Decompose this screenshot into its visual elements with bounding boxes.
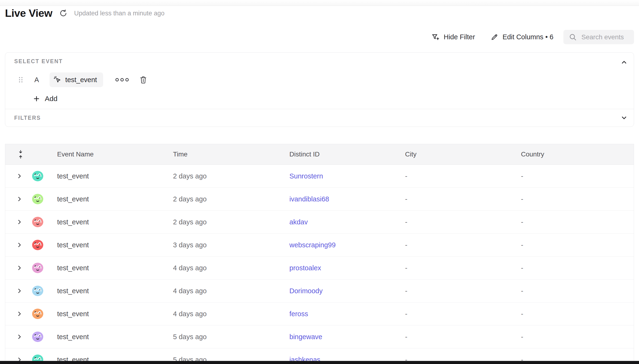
expand-filters-button[interactable] [620, 114, 628, 122]
distinct-id-link[interactable]: bingewave [286, 333, 401, 341]
country-cell: - [517, 241, 634, 249]
table-row: test_event 2 days ago Sunrostern - - [5, 165, 634, 188]
event-name-cell: test_event [53, 310, 169, 318]
chevron-right-icon [18, 288, 21, 293]
chevron-right-icon [18, 312, 21, 316]
country-cell: - [517, 218, 634, 226]
city-cell: - [401, 218, 517, 226]
time-cell: 4 days ago [169, 287, 286, 295]
refresh-icon [59, 9, 68, 18]
row-expander-button[interactable] [5, 174, 27, 178]
delete-event-button[interactable] [140, 76, 147, 84]
event-options-icon[interactable] [115, 78, 129, 82]
row-expander-button[interactable] [5, 312, 27, 316]
select-event-label: SELECT EVENT [14, 58, 63, 64]
chevron-up-icon [620, 59, 628, 66]
filters-section: FILTERS [5, 109, 634, 126]
row-expander-button[interactable] [5, 220, 27, 224]
time-cell: 2 days ago [169, 172, 286, 180]
collapse-all-button[interactable] [5, 150, 27, 158]
hide-filter-button[interactable]: Hide Filter [431, 33, 475, 41]
distinct-id-link[interactable]: prostoalex [286, 264, 401, 272]
column-header-event-name[interactable]: Event Name [53, 150, 169, 158]
avatar-cell [27, 240, 53, 250]
plus-icon [33, 95, 40, 102]
drag-handle[interactable] [18, 76, 23, 83]
cursor-click-icon [53, 76, 61, 84]
table-header-row: Event Name Time Distinct ID City Country [5, 144, 634, 165]
search-box[interactable] [563, 30, 634, 44]
row-expander-button[interactable] [5, 334, 27, 339]
distinct-id-link[interactable]: Sunrostern [286, 172, 401, 180]
table-row: test_event 2 days ago akdav - - [5, 211, 634, 234]
event-name-cell: test_event [53, 264, 169, 272]
page-title: Live View [5, 7, 52, 20]
time-cell: 2 days ago [169, 218, 286, 226]
country-cell: - [517, 264, 634, 272]
city-cell: - [401, 287, 517, 295]
avatar-cell [27, 308, 53, 319]
row-expander-button[interactable] [5, 242, 27, 247]
event-name-cell: test_event [53, 241, 169, 249]
hide-filter-label: Hide Filter [444, 33, 475, 41]
avatar-cell [27, 194, 53, 204]
edit-columns-button[interactable]: Edit Columns • 6 [491, 33, 553, 41]
avatar [32, 308, 43, 319]
chevron-right-icon [18, 242, 21, 247]
trash-icon [140, 76, 147, 84]
event-name-cell: test_event [53, 218, 169, 226]
country-cell: - [517, 333, 634, 341]
avatar [32, 331, 43, 342]
search-input[interactable] [581, 33, 630, 41]
city-cell: - [401, 333, 517, 341]
chevron-right-icon [18, 334, 21, 339]
distinct-id-link[interactable]: akdav [286, 218, 401, 226]
chevron-right-icon [18, 197, 21, 202]
collapse-rows-icon [18, 150, 23, 158]
avatar-cell [27, 262, 53, 273]
event-name-cell: test_event [53, 195, 169, 203]
refresh-button[interactable] [59, 9, 68, 18]
chevron-right-icon [18, 266, 21, 270]
avatar [32, 194, 43, 204]
time-cell: 5 days ago [169, 333, 286, 341]
row-expander-button[interactable] [5, 288, 27, 293]
bottom-edge-bar [0, 361, 639, 364]
table-row: test_event 2 days ago ivandiblasi68 - - [5, 188, 634, 211]
table-row: test_event 4 days ago prostoalex - - [5, 256, 634, 280]
row-expander-button[interactable] [5, 266, 27, 270]
distinct-id-link[interactable]: webscraping99 [286, 241, 401, 249]
select-event-section: SELECT EVENT A [5, 52, 634, 109]
country-cell: - [517, 310, 634, 318]
chevron-right-icon [18, 220, 21, 224]
column-header-country[interactable]: Country [517, 150, 634, 158]
event-name-cell: test_event [53, 172, 169, 180]
column-header-city[interactable]: City [401, 150, 517, 158]
selected-event-name: test_event [65, 76, 97, 84]
filters-label: FILTERS [14, 115, 41, 121]
avatar [32, 286, 43, 296]
distinct-id-link[interactable]: feross [286, 310, 401, 318]
table-row: test_event 4 days ago feross - - [5, 302, 634, 326]
avatar-cell [27, 216, 53, 228]
page-header: Live View Updated less than a minute ago [5, 7, 164, 20]
add-event-button[interactable]: Add [33, 93, 57, 104]
event-row-letter: A [34, 76, 39, 84]
distinct-id-link[interactable]: ivandiblasi68 [286, 195, 401, 203]
distinct-id-link[interactable]: Dorimoody [286, 287, 401, 295]
add-label: Add [45, 95, 57, 103]
time-cell: 4 days ago [169, 264, 286, 272]
country-cell: - [517, 287, 634, 295]
event-name-cell: test_event [53, 287, 169, 295]
column-header-time[interactable]: Time [169, 150, 286, 158]
event-select-button[interactable]: test_event [50, 72, 103, 87]
time-cell: 3 days ago [169, 241, 286, 249]
row-expander-button[interactable] [5, 197, 27, 202]
avatar [32, 262, 43, 273]
collapse-section-button[interactable] [620, 59, 628, 66]
column-header-distinct-id[interactable]: Distinct ID [286, 150, 401, 158]
table-row: test_event 3 days ago webscraping99 - - [5, 234, 634, 256]
avatar-cell [27, 331, 53, 342]
avatar [32, 171, 43, 182]
avatar-cell [27, 171, 53, 182]
